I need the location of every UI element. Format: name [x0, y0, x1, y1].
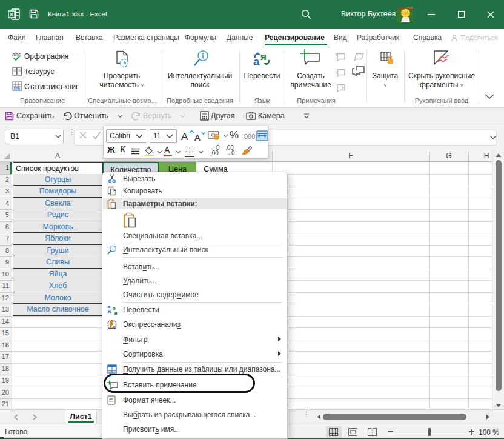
svg-text:a: a: [108, 308, 111, 315]
svg-text:A: A: [194, 133, 201, 142]
svg-text:a: a: [253, 55, 260, 68]
svg-text:123: 123: [13, 87, 20, 91]
svg-text:я: я: [113, 306, 116, 312]
svg-text:X: X: [10, 11, 14, 18]
svg-text:A: A: [181, 131, 188, 142]
svg-text:я: я: [260, 51, 267, 62]
svg-text:a=: a=: [109, 397, 113, 401]
